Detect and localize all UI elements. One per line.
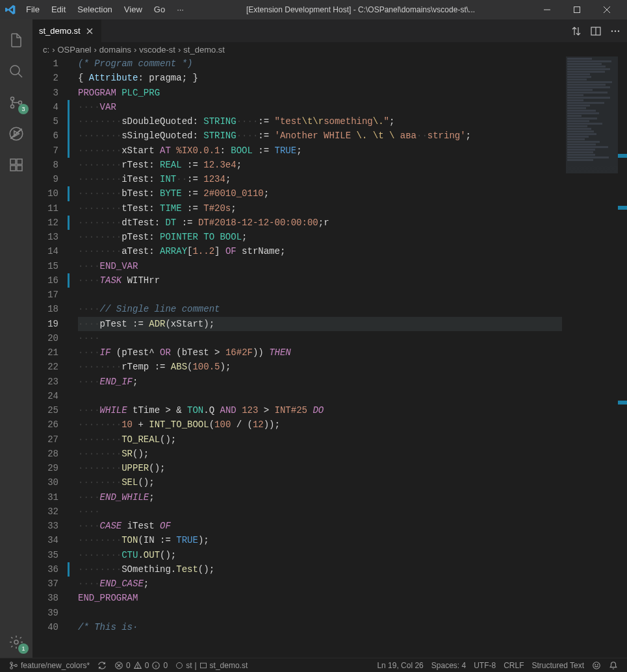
status-position[interactable]: Ln 19, Col 26 (373, 658, 427, 673)
breadcrumb-2[interactable]: domains (99, 45, 131, 55)
svg-rect-13 (10, 166, 16, 171)
close-button[interactable] (592, 0, 622, 19)
status-encoding[interactable]: UTF-8 (470, 658, 500, 673)
scm-badge: 3 (18, 104, 29, 114)
menu-selection[interactable]: Selection (72, 0, 117, 19)
tab-label: st_demo.st (39, 26, 81, 36)
status-eol[interactable]: CRLF (500, 658, 528, 673)
editor-area: st_demo.st c:› OSPanel› domains› vscode-… (32, 19, 627, 658)
maximize-button[interactable] (562, 0, 592, 19)
warning-count: 0 (145, 661, 149, 670)
error-count: 0 (126, 661, 131, 670)
code-content[interactable]: (* Program comment *){ Attribute: pragma… (78, 56, 562, 634)
extensions-icon[interactable] (0, 149, 32, 180)
svg-point-22 (618, 30, 619, 31)
svg-line-10 (10, 129, 21, 138)
main-menu: File Edit Selection View Go ··· (21, 0, 189, 19)
menu-edit[interactable]: Edit (46, 0, 71, 19)
svg-rect-11 (10, 159, 16, 164)
svg-rect-14 (17, 166, 22, 171)
svg-point-36 (593, 662, 600, 669)
status-bar: feature/new_colors* 0 0 0 st | st_demo.s… (0, 658, 627, 672)
scrollbar[interactable] (618, 56, 627, 658)
minimap[interactable] (566, 56, 618, 658)
svg-point-15 (14, 640, 18, 644)
svg-point-37 (595, 664, 596, 665)
close-tab-icon[interactable] (84, 26, 95, 36)
breadcrumbs[interactable]: c:› OSPanel› domains› vscode-st› st_demo… (32, 42, 627, 56)
settings-icon[interactable]: 1 (0, 627, 32, 658)
source-control-icon[interactable]: 3 (0, 87, 32, 118)
svg-point-21 (615, 30, 616, 31)
breadcrumb-0[interactable]: c: (43, 45, 49, 55)
more-actions-icon[interactable] (610, 26, 621, 36)
compare-icon[interactable] (571, 26, 582, 36)
menu-file[interactable]: File (21, 0, 45, 19)
status-sync[interactable] (94, 658, 110, 673)
status-language[interactable]: Structured Text (528, 658, 588, 673)
svg-point-25 (15, 664, 18, 667)
st-label: st (186, 661, 192, 670)
split-editor-icon[interactable] (591, 26, 601, 36)
main-layout: 3 1 st_demo.st (0, 19, 627, 658)
search-icon[interactable] (0, 56, 32, 87)
vscode-logo-icon (5, 5, 16, 15)
svg-rect-1 (574, 7, 580, 13)
status-problems[interactable]: 0 0 0 (110, 658, 172, 673)
code-editor[interactable]: 1234567891011121314151617181920212223242… (32, 56, 627, 658)
titlebar: File Edit Selection View Go ··· [Extensi… (0, 0, 627, 19)
svg-point-7 (11, 105, 14, 108)
status-bell-icon[interactable] (605, 658, 622, 673)
status-branch[interactable]: feature/new_colors* (5, 658, 94, 673)
menu-go[interactable]: Go (149, 0, 170, 19)
svg-point-34 (177, 662, 183, 668)
breadcrumb-4[interactable]: st_demo.st (183, 45, 225, 55)
menu-more[interactable]: ··· (172, 0, 189, 19)
breadcrumb-1[interactable]: OSPanel (57, 45, 91, 55)
editor-actions (571, 26, 627, 36)
menu-view[interactable]: View (119, 0, 147, 19)
svg-point-30 (137, 667, 138, 668)
svg-point-6 (11, 97, 14, 101)
window-controls (532, 0, 622, 19)
svg-line-5 (18, 73, 22, 77)
svg-point-38 (597, 664, 598, 665)
tabs-bar: st_demo.st (32, 19, 627, 42)
settings-badge: 1 (18, 643, 29, 654)
breadcrumb-3[interactable]: vscode-st (139, 45, 175, 55)
svg-rect-12 (17, 159, 22, 164)
branch-name: feature/new_colors* (21, 661, 90, 670)
svg-point-20 (611, 30, 613, 31)
info-count: 0 (163, 661, 168, 670)
status-filename: st_demo.st (210, 661, 248, 670)
explorer-icon[interactable] (0, 25, 32, 56)
svg-rect-35 (200, 663, 206, 668)
line-gutter: 1234567891011121314151617181920212223242… (32, 56, 71, 634)
debug-icon[interactable] (0, 118, 32, 149)
status-st-indicator[interactable]: st | st_demo.st (172, 658, 251, 673)
svg-point-24 (10, 666, 13, 669)
window-title: [Extension Development Host] - C:\OSPane… (189, 5, 532, 14)
tab-st-demo[interactable]: st_demo.st (32, 19, 102, 42)
activity-bar: 3 1 (0, 19, 32, 658)
status-feedback-icon[interactable] (588, 658, 605, 673)
minimize-button[interactable] (532, 0, 562, 19)
status-spaces[interactable]: Spaces: 4 (428, 658, 470, 673)
svg-point-4 (10, 66, 19, 75)
